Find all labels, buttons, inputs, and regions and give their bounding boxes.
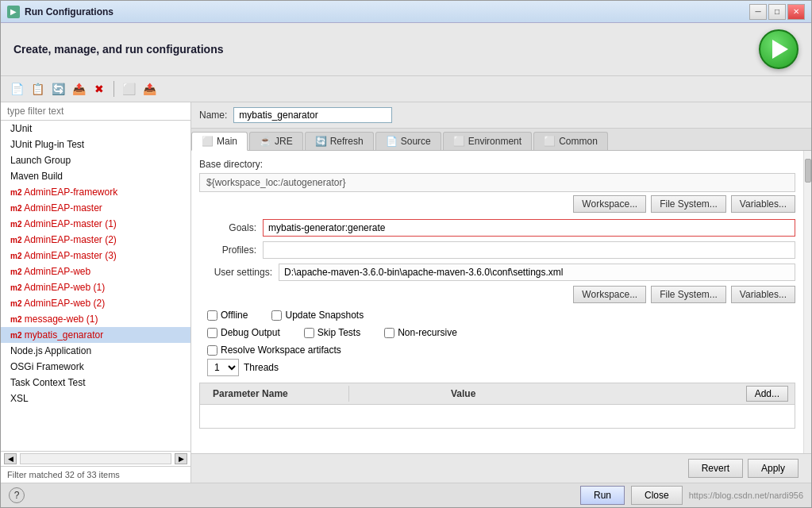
toolbar-separator xyxy=(114,81,114,97)
params-col-value: Value xyxy=(444,386,482,402)
update-snapshots-checkbox[interactable] xyxy=(271,310,282,321)
sidebar-item-admineap-web[interactable]: m2 AdminEAP-web xyxy=(1,264,190,279)
sidebar-item-task-context[interactable]: Task Context Test xyxy=(1,375,190,391)
tab-common-label: Common xyxy=(559,136,598,147)
source-tab-icon: 📄 xyxy=(386,136,398,147)
sidebar-item-admineap-web-2[interactable]: m2 AdminEAP-web (2) xyxy=(1,295,190,311)
scroll-right-button[interactable]: ▶ xyxy=(175,453,187,464)
name-bar: Name: xyxy=(191,102,811,129)
sidebar: JUnit JUnit Plug-in Test Launch Group Ma… xyxy=(1,102,191,483)
params-col-name: Parameter Name xyxy=(206,386,349,402)
skip-tests-checkbox[interactable] xyxy=(304,328,314,338)
goals-row: Goals: xyxy=(199,219,795,237)
user-settings-input[interactable] xyxy=(279,264,795,281)
duplicate-button[interactable]: 📋 xyxy=(28,79,47,98)
collapse-all-button[interactable]: ⬜ xyxy=(119,79,138,98)
sidebar-item-mybatis-genarator[interactable]: m2 mybatis_genarator xyxy=(1,327,190,343)
sidebar-item-admineap-master-2[interactable]: m2 AdminEAP-master (2) xyxy=(1,232,190,248)
non-recursive-label: Non-recursive xyxy=(398,327,457,338)
jre-tab-icon: ☕ xyxy=(260,136,271,147)
refresh-toolbar-button[interactable]: 🔄 xyxy=(48,79,67,98)
delete-button[interactable]: ✖ xyxy=(90,79,109,98)
sidebar-footer: Filter matched 32 of 33 items xyxy=(1,466,190,483)
apply-button[interactable]: Apply xyxy=(748,459,799,478)
variables-button-1[interactable]: Variables... xyxy=(731,195,795,213)
revert-button[interactable]: Revert xyxy=(688,459,743,478)
close-dialog-button[interactable]: Close xyxy=(631,486,683,505)
sidebar-item-admineap-web-1[interactable]: m2 AdminEAP-web (1) xyxy=(1,279,190,295)
sidebar-item-launch-group[interactable]: Launch Group xyxy=(1,152,190,168)
skip-tests-checkbox-row: Skip Tests xyxy=(304,327,360,338)
threads-dropdown[interactable]: 1 2 4 xyxy=(207,359,239,376)
footer-bar: ? Run Close https://blog.csdn.net/nardi9… xyxy=(1,483,811,507)
variables-button-2[interactable]: Variables... xyxy=(731,286,795,303)
tab-environment[interactable]: ⬜ Environment xyxy=(443,132,532,150)
scroll-thumb[interactable] xyxy=(805,159,811,183)
debug-output-label: Debug Output xyxy=(221,327,280,338)
sidebar-item-nodejs[interactable]: Node.js Application xyxy=(1,343,190,359)
base-dir-value: ${workspace_loc:/autogenerator} xyxy=(199,173,795,192)
minimize-button[interactable]: ─ xyxy=(749,4,767,20)
run-arrow-icon xyxy=(772,40,788,59)
tab-main[interactable]: ⬜ Main xyxy=(191,132,248,151)
debug-output-checkbox[interactable] xyxy=(207,328,217,338)
checkboxes-section: Offline Update Snapshots Debug Output xyxy=(199,310,795,356)
resolve-workspace-checkbox[interactable] xyxy=(207,345,217,356)
workspace-button-2[interactable]: Workspace... xyxy=(573,286,646,303)
sidebar-horizontal-scroll: ◀ ▶ xyxy=(1,451,190,466)
profiles-row: Profiles: xyxy=(199,241,795,259)
scroll-track[interactable] xyxy=(20,453,171,464)
expand-all-button[interactable]: 📤 xyxy=(140,79,159,98)
sidebar-item-osgi[interactable]: OSGi Framework xyxy=(1,359,190,375)
base-dir-buttons: Workspace... File System... Variables... xyxy=(199,195,795,213)
sidebar-item-junit[interactable]: JUnit xyxy=(1,121,190,137)
scroll-left-button[interactable]: ◀ xyxy=(4,453,17,464)
sidebar-item-maven-build[interactable]: Maven Build xyxy=(1,168,190,184)
tab-refresh[interactable]: 🔄 Refresh xyxy=(305,132,374,150)
sidebar-item-admineap-master-3[interactable]: m2 AdminEAP-master (3) xyxy=(1,248,190,264)
threads-row: 1 2 4 Threads xyxy=(199,359,795,376)
tab-environment-label: Environment xyxy=(468,136,521,147)
new-button[interactable]: 📄 xyxy=(7,79,26,98)
tab-jre[interactable]: ☕ JRE xyxy=(249,132,303,150)
filter-input[interactable] xyxy=(1,102,190,121)
sidebar-item-junit-plugin[interactable]: JUnit Plug-in Test xyxy=(1,137,190,152)
tabs-bar: ⬜ Main ☕ JRE 🔄 Refresh 📄 Source ⬜ En xyxy=(191,129,811,151)
close-button[interactable]: ✕ xyxy=(787,4,805,20)
maximize-button[interactable]: □ xyxy=(768,4,786,20)
add-param-button[interactable]: Add... xyxy=(746,386,788,402)
run-button[interactable]: Run xyxy=(580,486,625,505)
tab-source[interactable]: 📄 Source xyxy=(375,132,441,150)
revert-apply-bar: Revert Apply xyxy=(191,453,811,483)
run-big-button[interactable] xyxy=(759,29,799,69)
sidebar-item-message-web-1[interactable]: m2 message-web (1) xyxy=(1,311,190,327)
tab-main-label: Main xyxy=(217,136,237,147)
resolve-workspace-checkbox-row: Resolve Workspace artifacts xyxy=(207,344,795,356)
title-bar-left: ▶ Run Configurations xyxy=(7,6,114,18)
help-button[interactable]: ? xyxy=(9,487,25,503)
profiles-input[interactable] xyxy=(263,241,795,259)
file-system-button-2[interactable]: File System... xyxy=(651,286,726,303)
header-section: Create, manage, and run configurations xyxy=(1,23,811,76)
skip-tests-label: Skip Tests xyxy=(317,327,360,338)
footer-link: https://blog.csdn.net/nardi956 xyxy=(689,491,803,500)
offline-label: Offline xyxy=(221,310,248,321)
export-button[interactable]: 📤 xyxy=(69,79,88,98)
file-system-button-1[interactable]: File System... xyxy=(651,195,726,213)
sidebar-item-admineap-master[interactable]: m2 AdminEAP-master xyxy=(1,200,190,216)
window-controls: ─ □ ✕ xyxy=(749,4,805,20)
offline-checkbox[interactable] xyxy=(207,310,217,321)
tab-refresh-label: Refresh xyxy=(330,136,364,147)
sidebar-item-xsl[interactable]: XSL xyxy=(1,391,190,406)
name-input[interactable] xyxy=(233,107,392,123)
sidebar-item-admineap-framework[interactable]: m2 AdminEAP-framework xyxy=(1,184,190,200)
run-configurations-window: ▶ Run Configurations ─ □ ✕ Create, manag… xyxy=(0,0,812,508)
goals-input[interactable] xyxy=(263,219,795,237)
sidebar-list: JUnit JUnit Plug-in Test Launch Group Ma… xyxy=(1,121,190,451)
checkbox-row-1: Offline Update Snapshots xyxy=(207,310,795,324)
vertical-scrollbar[interactable] xyxy=(803,151,811,453)
workspace-button-1[interactable]: Workspace... xyxy=(573,195,646,213)
sidebar-item-admineap-master-1[interactable]: m2 AdminEAP-master (1) xyxy=(1,216,190,232)
non-recursive-checkbox[interactable] xyxy=(384,328,394,338)
tab-common[interactable]: ⬜ Common xyxy=(533,132,608,150)
